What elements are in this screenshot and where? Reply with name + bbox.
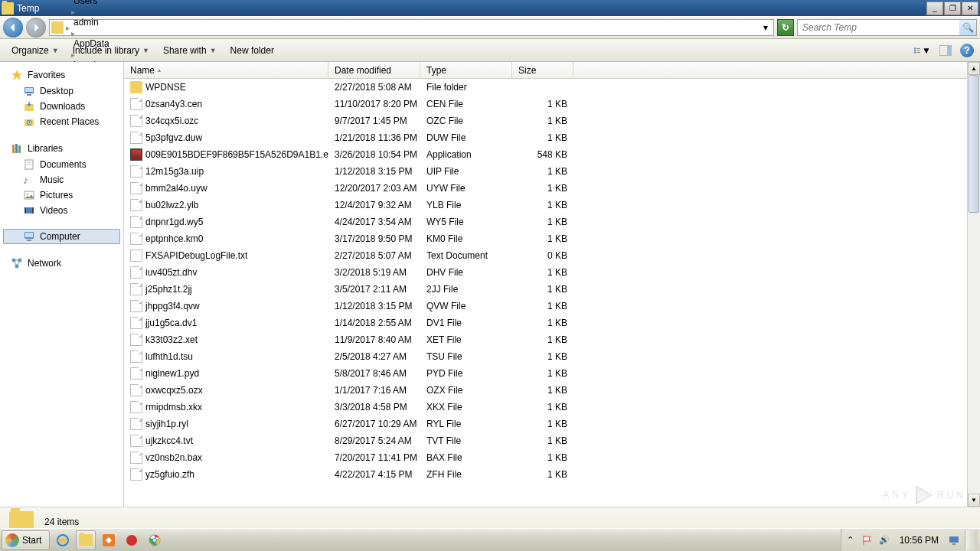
file-row[interactable]: j25phz1t.2jj3/5/2017 2:11 AM2JJ File1 KB (124, 281, 980, 298)
file-row[interactable]: eptpnhce.km03/17/2018 9:50 PMKM0 File1 K… (124, 230, 980, 247)
column-date[interactable]: Date modified (328, 62, 420, 78)
address-dropdown[interactable]: ▾ (760, 22, 772, 33)
svg-rect-2 (914, 49, 916, 51)
taskbar-app-red[interactable] (122, 530, 142, 550)
taskbar-app-orange[interactable] (99, 530, 119, 550)
forward-button[interactable] (26, 18, 46, 37)
preview-pane-button[interactable] (937, 44, 954, 57)
libraries-header[interactable]: Libraries (0, 140, 123, 157)
file-row[interactable]: FXSAPIDebugLogFile.txt2/27/2018 5:07 AMT… (124, 247, 980, 264)
scrollbar: ▲ ▼ (967, 62, 980, 507)
scroll-down-button[interactable]: ▼ (968, 494, 980, 507)
maximize-button[interactable]: ❐ (944, 2, 961, 15)
include-library-button[interactable]: Include in library▼ (67, 42, 155, 59)
sidebar-item-desktop[interactable]: Desktop (0, 83, 123, 99)
column-size[interactable]: Size (512, 62, 573, 78)
file-row[interactable]: rmipdmsb.xkx3/3/2018 4:58 PMXKX File1 KB (124, 399, 980, 416)
breadcrumb-sep[interactable]: ▸ (70, 29, 76, 37)
file-row[interactable]: 009E9015BDEF9F869B5F15A526D9A1B1.exe3/26… (124, 146, 980, 163)
sidebar-item-music[interactable]: ♪Music (0, 172, 123, 187)
close-button[interactable]: ✕ (962, 2, 978, 15)
show-desktop-button[interactable] (965, 530, 977, 550)
file-row[interactable]: bu02lwz2.ylb12/4/2017 9:32 AMYLB File1 K… (124, 197, 980, 214)
file-name: iuv405zt.dhv (145, 267, 197, 278)
tray-expand[interactable]: ⌃ (844, 534, 857, 546)
tray-monitor-icon[interactable] (948, 534, 960, 546)
address-bar[interactable]: ▸ Computer▸Local Disk (C:)▸Users▸admin▸A… (49, 19, 774, 36)
tray-flag-icon[interactable] (861, 534, 874, 546)
file-row[interactable]: 3c4cqx5i.ozc9/7/2017 1:45 PMOZC File1 KB (124, 112, 980, 129)
sidebar-item-documents[interactable]: Documents (0, 157, 123, 172)
file-type: XKX File (420, 402, 512, 412)
window-title: Temp (17, 3, 39, 14)
downloads-icon (23, 100, 35, 112)
file-name: bmm2al4o.uyw (145, 183, 207, 194)
file-row[interactable]: oxwcqxz5.ozx1/1/2017 7:16 AMOZX File1 KB (124, 382, 980, 399)
file-row[interactable]: yz5gfuio.zfh4/22/2017 4:15 PMZFH File1 K… (124, 466, 980, 483)
column-type[interactable]: Type (420, 62, 512, 78)
scroll-up-button[interactable]: ▲ (968, 62, 980, 75)
file-row[interactable]: 12m15g3a.uip1/12/2018 3:15 PMUIP File1 K… (124, 163, 980, 180)
sidebar-network[interactable]: Network (0, 255, 123, 272)
organize-button[interactable]: Organize▼ (6, 42, 64, 59)
file-size: 1 KB (512, 351, 573, 362)
favorites-header[interactable]: Favorites (0, 67, 123, 83)
file-icon (130, 384, 142, 396)
documents-icon (23, 158, 35, 171)
tray-clock[interactable]: 10:56 PM (895, 535, 943, 546)
start-button[interactable]: Start (2, 530, 50, 550)
file-row[interactable]: jhppg3f4.qvw1/12/2018 3:15 PMQVW File1 K… (124, 298, 980, 315)
file-name: WPDNSE (145, 82, 186, 93)
file-row[interactable]: 0zsan4y3.cen11/10/2017 8:20 PMCEN File1 … (124, 96, 980, 112)
file-row[interactable]: ujkzkcc4.tvt8/29/2017 5:24 AMTVT File1 K… (124, 432, 980, 449)
sidebar-item-downloads[interactable]: Downloads (0, 99, 123, 114)
breadcrumb-sep[interactable]: ▸ (70, 8, 76, 16)
taskbar-explorer[interactable] (76, 530, 96, 550)
svg-rect-9 (25, 88, 33, 92)
view-options-button[interactable]: ▼ (914, 44, 931, 57)
file-row[interactable]: jju1g5ca.dv11/14/2018 2:55 AMDV1 File1 K… (124, 315, 980, 331)
column-name[interactable]: Name▴ (124, 62, 328, 78)
sidebar-item-pictures[interactable]: Pictures (0, 187, 123, 203)
sidebar-item-recent-places[interactable]: Recent Places (0, 114, 123, 129)
file-row[interactable]: niglnew1.pyd5/8/2017 8:46 AMPYD File1 KB (124, 365, 980, 382)
file-row[interactable]: 5p3pfgvz.duw1/21/2018 11:36 PMDUW File1 … (124, 129, 980, 146)
search-input[interactable] (798, 22, 959, 33)
back-button[interactable] (3, 18, 23, 37)
file-icon (130, 300, 142, 312)
file-row[interactable]: vz0nsb2n.bax7/20/2017 11:41 PMBAX File1 … (124, 449, 980, 466)
file-row[interactable]: dnpnr1gd.wy54/24/2017 3:54 AMWY5 File1 K… (124, 214, 980, 230)
share-with-button[interactable]: Share with▼ (158, 42, 222, 59)
new-folder-button[interactable]: New folder (225, 42, 279, 59)
file-row[interactable]: k33t03z2.xet11/9/2017 8:40 AMXET File1 K… (124, 331, 980, 348)
file-date: 7/20/2017 11:41 PM (328, 452, 420, 463)
file-row[interactable]: iuv405zt.dhv3/2/2018 5:19 AMDHV File1 KB (124, 264, 980, 281)
search-button[interactable]: 🔍 (959, 20, 976, 35)
sidebar-item-videos[interactable]: Videos (0, 203, 123, 218)
breadcrumb-admin[interactable]: admin (70, 17, 137, 28)
minimize-button[interactable]: _ (926, 2, 943, 15)
file-row[interactable]: lufhth1d.tsu2/5/2018 4:27 AMTSU File1 KB (124, 348, 980, 365)
scroll-thumb[interactable] (969, 75, 979, 213)
file-row[interactable]: siyjih1p.ryl6/27/2017 10:29 AMRYL File1 … (124, 416, 980, 432)
svg-rect-40 (952, 543, 956, 545)
file-icon (130, 199, 142, 211)
taskbar-chrome[interactable] (145, 530, 165, 550)
file-date: 1/1/2017 7:16 AM (328, 385, 420, 396)
folder-icon (2, 2, 14, 15)
help-button[interactable]: ? (960, 44, 974, 57)
breadcrumb-sep[interactable]: ▸ (65, 24, 70, 32)
file-name: j25phz1t.2jj (145, 284, 192, 295)
item-count: 24 items (44, 517, 79, 527)
titlebar: Temp _ ❐ ✕ (0, 0, 980, 16)
file-row[interactable]: bmm2al4o.uyw12/20/2017 2:03 AMUYW File1 … (124, 180, 980, 197)
svg-rect-4 (914, 51, 916, 53)
file-name: lufhth1d.tsu (145, 351, 193, 362)
taskbar-ie[interactable] (53, 530, 73, 550)
file-row[interactable]: WPDNSE2/27/2018 5:08 AMFile folder (124, 79, 980, 96)
tray-volume-icon[interactable]: 🔊 (878, 534, 890, 546)
file-size: 548 KB (512, 149, 573, 160)
sidebar-computer[interactable]: Computer (3, 229, 120, 244)
refresh-button[interactable]: ↻ (777, 19, 794, 36)
breadcrumb-users[interactable]: Users (70, 0, 137, 6)
